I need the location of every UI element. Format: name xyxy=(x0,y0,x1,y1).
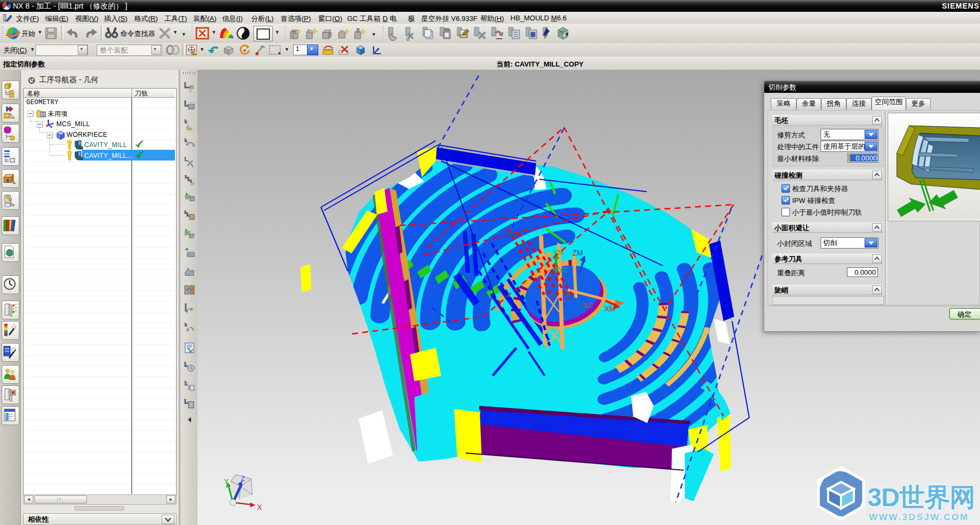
svg-text:Z: Z xyxy=(241,475,245,483)
svg-text:XM: XM xyxy=(604,304,616,313)
svg-text:ZM: ZM xyxy=(572,249,583,257)
svg-text:YC: YC xyxy=(558,266,568,274)
svg-text:3D世界网: 3D世界网 xyxy=(867,483,975,512)
svg-text:X: X xyxy=(257,503,262,512)
svg-text:WWW.3DSJW.COM: WWW.3DSJW.COM xyxy=(869,512,969,522)
svg-text:Y: Y xyxy=(224,477,229,486)
svg-text:XC: XC xyxy=(583,301,593,310)
